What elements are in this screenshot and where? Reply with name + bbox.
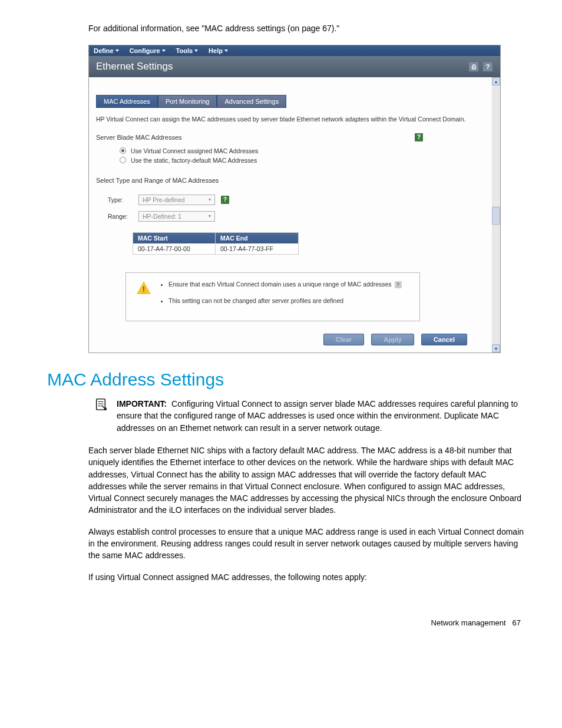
help-icon[interactable]: ?	[221, 196, 229, 204]
radio-vc-assigned[interactable]	[120, 147, 126, 154]
mac-mode-radio-group: Use Virtual Connect assigned MAC Address…	[96, 147, 485, 164]
body-paragraph-2: Always establish control processes to en…	[88, 526, 527, 562]
section-type-range: Select Type and Range of MAC Addresses	[96, 177, 423, 184]
menu-define[interactable]: Define	[94, 47, 119, 54]
body-paragraph-1: Each server blade Ethernet NIC ships wit…	[88, 444, 527, 516]
note-icon	[94, 398, 107, 411]
menubar: Define Configure Tools Help	[89, 45, 500, 56]
tab-description: HP Virtual Connect can assign the MAC ad…	[96, 115, 485, 124]
doc-heading: MAC Address Settings	[47, 370, 527, 390]
page-title: Ethernet Settings	[96, 61, 173, 73]
radio-factory-default[interactable]	[120, 157, 126, 163]
scroll-up-button[interactable]: ▴	[492, 77, 500, 85]
help-icon[interactable]: ?	[395, 281, 402, 288]
type-select[interactable]: HP Pre-defined ▾	[138, 195, 215, 205]
warning-icon: !	[137, 281, 151, 295]
range-label: Range:	[108, 213, 133, 220]
header-bar: Ethernet Settings ⎙ ?	[89, 56, 500, 77]
tab-bar: MAC Addresses Port Monitoring Advanced S…	[96, 95, 485, 108]
type-label: Type:	[108, 196, 133, 203]
button-row: Clear Apply Cancel	[96, 330, 485, 348]
cell-mac-end: 00-17-A4-77-03-FF	[216, 243, 298, 254]
menu-help[interactable]: Help	[209, 47, 228, 54]
content-area: ▴ ▾ MAC Addresses Port Monitoring Advanc…	[89, 77, 500, 353]
scroll-down-button[interactable]: ▾	[492, 344, 500, 353]
menu-configure[interactable]: Configure	[130, 47, 166, 54]
tab-mac-addresses[interactable]: MAC Addresses	[96, 95, 158, 108]
clear-button[interactable]: Clear	[323, 334, 365, 345]
chevron-down-icon	[194, 50, 198, 52]
warning-box: ! Ensure that each Virtual Connect domai…	[125, 272, 420, 321]
chevron-down-icon	[224, 50, 228, 52]
warning-item-1: Ensure that each Virtual Connect domain …	[168, 280, 402, 289]
help-icon[interactable]: ?	[415, 133, 423, 141]
svg-rect-0	[97, 399, 105, 410]
cancel-button[interactable]: Cancel	[421, 334, 467, 345]
page-footer: Network management 67	[47, 618, 521, 627]
tab-advanced-settings[interactable]: Advanced Settings	[217, 95, 286, 108]
radio-factory-default-label: Use the static, factory-default MAC Addr…	[131, 157, 257, 164]
help-icon[interactable]: ?	[482, 61, 493, 72]
col-mac-start: MAC Start	[133, 233, 216, 243]
section-server-blade: Server Blade MAC Addresses ?	[96, 133, 423, 141]
warning-item-2: This setting can not be changed after se…	[168, 297, 402, 305]
radio-vc-assigned-label: Use Virtual Connect assigned MAC Address…	[131, 147, 258, 154]
cell-mac-start: 00-17-A4-77-00-00	[133, 243, 216, 254]
tab-port-monitoring[interactable]: Port Monitoring	[158, 95, 217, 108]
chevron-down-icon	[115, 50, 119, 52]
important-note: IMPORTANT: Configuring Virtual Connect t…	[94, 398, 527, 434]
menu-tools[interactable]: Tools	[176, 47, 199, 54]
body-paragraph-3: If using Virtual Connect assigned MAC ad…	[88, 571, 527, 583]
print-icon[interactable]: ⎙	[468, 61, 479, 72]
chevron-down-icon: ▾	[209, 197, 211, 202]
app-screenshot: Define Configure Tools Help Ethernet Set…	[88, 45, 501, 353]
mac-range-table: MAC Start MAC End 00-17-A4-77-00-00 00-1…	[133, 232, 299, 255]
apply-button[interactable]: Apply	[371, 334, 414, 345]
chevron-down-icon: ▾	[209, 213, 211, 219]
important-body: Configuring Virtual Connect to assign se…	[117, 399, 518, 433]
range-select[interactable]: HP-Defined: 1 ▾	[138, 211, 215, 222]
scroll-thumb[interactable]	[492, 207, 500, 225]
intro-text: For additional information, see "MAC add…	[88, 24, 527, 33]
chevron-down-icon	[162, 50, 166, 52]
col-mac-end: MAC End	[216, 233, 298, 243]
important-label: IMPORTANT:	[117, 399, 167, 409]
